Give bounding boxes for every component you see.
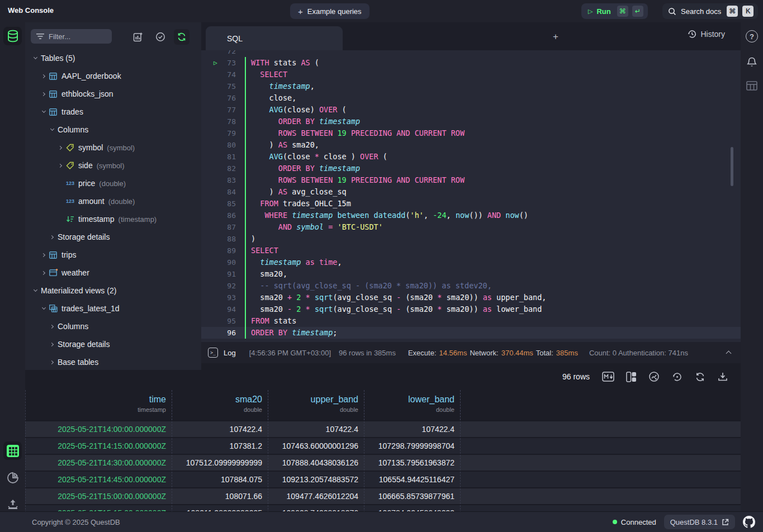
- chevron-closed-icon[interactable]: [48, 340, 56, 349]
- chevron-closed-icon[interactable]: [39, 89, 48, 98]
- tree-item-price[interactable]: 123price(double): [25, 174, 201, 192]
- cell-time[interactable]: 2025-05-21T15:00:00.000000Z: [25, 488, 172, 504]
- chart-builder-button[interactable]: [647, 370, 661, 383]
- new-tab-button[interactable]: +: [549, 30, 562, 44]
- code-line-75[interactable]: 75 timestamp,: [201, 80, 741, 92]
- cell-upper_band[interactable]: 109213.20574883572: [268, 472, 364, 487]
- code-line-91[interactable]: 91 sma20,: [201, 268, 741, 280]
- import-button[interactable]: [3, 495, 22, 513]
- chevron-open-icon[interactable]: [39, 304, 48, 313]
- chart-panel-button[interactable]: [3, 468, 22, 487]
- tree-item-storage-details[interactable]: Storage details: [25, 335, 201, 353]
- tree-item-side[interactable]: side(symbol): [25, 156, 201, 174]
- example-queries-button[interactable]: + Example queries: [290, 3, 369, 19]
- column-header-upper_band[interactable]: upper_banddouble: [268, 390, 364, 420]
- table-row[interactable]: 2025-05-21T14:15:00.000000Z107381.210746…: [25, 437, 763, 454]
- rerun-query-button[interactable]: [670, 370, 684, 383]
- code-line-73[interactable]: ▷73WITH stats AS (: [201, 57, 741, 69]
- tree-item-columns[interactable]: Columns: [25, 317, 201, 335]
- tree-item-aapl-orderbook[interactable]: AAPL_orderbook: [25, 67, 201, 85]
- chevron-closed-icon[interactable]: [56, 161, 65, 170]
- cell-upper_band[interactable]: 107422.4: [268, 421, 364, 437]
- table-row[interactable]: 2025-05-21T15:15:00.000000Z108211.283333…: [25, 504, 763, 511]
- code-line-77[interactable]: 77 AVG(close) OVER (: [201, 104, 741, 116]
- tree-item-base-tables[interactable]: Base tables: [25, 353, 201, 370]
- code-line-94[interactable]: 94 sma20 - 2 * sqrt(avg_close_sq - (sma2…: [201, 303, 741, 315]
- cell-lower_band[interactable]: 106554.94425116427: [364, 472, 461, 487]
- cell-sma20[interactable]: 108211.28333333335: [172, 505, 268, 511]
- code-line-85[interactable]: 85 FROM trades_OHLC_15m: [201, 198, 741, 210]
- select-tables-button[interactable]: [153, 29, 168, 45]
- tree-item-ethblocks-json[interactable]: ethblocks_json: [25, 85, 201, 103]
- cell-upper_band[interactable]: 107888.40438036126: [268, 455, 364, 471]
- column-header-time[interactable]: timetimestamp: [25, 390, 172, 420]
- code-line-80[interactable]: 80 ) AS sma20,: [201, 139, 741, 151]
- tree-item-weather[interactable]: weather: [25, 264, 201, 282]
- chevron-open-icon[interactable]: [48, 125, 56, 134]
- run-query-glyph-icon[interactable]: ▷: [214, 57, 217, 69]
- tree-item-symbol[interactable]: symbol(symbol): [25, 139, 201, 156]
- chevron-closed-icon[interactable]: [39, 250, 48, 259]
- cell-lower_band[interactable]: 107135.79561963872: [364, 455, 461, 471]
- cell-time[interactable]: 2025-05-21T14:45:00.000000Z: [25, 472, 172, 487]
- chevron-closed-icon[interactable]: [39, 72, 48, 80]
- chevron-open-icon[interactable]: [31, 54, 40, 63]
- tree-item-trades-latest-1d[interactable]: trades_latest_1d: [25, 300, 201, 317]
- refresh-schema-button[interactable]: [174, 29, 189, 45]
- code-line-95[interactable]: 95FROM stats: [201, 315, 741, 327]
- tree-item-trades[interactable]: trades: [25, 103, 201, 121]
- tree-item-timestamp[interactable]: timestamp(timestamp): [25, 210, 201, 228]
- code-line-81[interactable]: 81 AVG(close * close ) OVER (: [201, 151, 741, 163]
- cell-sma20[interactable]: 107422.4: [172, 421, 268, 437]
- chevron-open-icon[interactable]: [39, 107, 48, 116]
- results-panel-button[interactable]: [745, 78, 759, 93]
- add-metrics-button[interactable]: [130, 29, 146, 45]
- cell-lower_band[interactable]: 106784.02458648293: [364, 505, 461, 511]
- copy-markdown-button[interactable]: [601, 370, 615, 383]
- cell-lower_band[interactable]: 106665.85739877961: [364, 488, 461, 504]
- cell-sma20[interactable]: 107884.075: [172, 472, 268, 487]
- result-grid-button[interactable]: [3, 441, 22, 460]
- filter-input[interactable]: [49, 32, 105, 41]
- code-line-74[interactable]: 74 SELECT: [201, 69, 741, 80]
- code-line-79[interactable]: 79 ROWS BETWEEN 19 PRECEDING AND CURRENT…: [201, 127, 741, 139]
- tree-item-tables-5-[interactable]: Tables (5): [25, 49, 201, 67]
- cell-time[interactable]: 2025-05-21T14:00:00.000000Z: [25, 421, 172, 437]
- cell-time[interactable]: 2025-05-21T15:15:00.000000Z: [25, 505, 172, 511]
- column-header-lower_band[interactable]: lower_banddouble: [364, 390, 461, 420]
- cell-lower_band[interactable]: 107298.79999998704: [364, 438, 461, 454]
- chevron-closed-icon[interactable]: [48, 322, 56, 331]
- editor-scrollbar[interactable]: [731, 147, 733, 186]
- run-button[interactable]: ▷ Run ⌘ ↵: [581, 3, 648, 19]
- tree-item-amount[interactable]: 123amount(double): [25, 192, 201, 210]
- chevron-open-icon[interactable]: [31, 286, 40, 295]
- code-line-83[interactable]: 83 ROWS BETWEEN 19 PRECEDING AND CURRENT…: [201, 174, 741, 186]
- collapse-log-button[interactable]: [727, 349, 731, 357]
- search-docs-button[interactable]: Search docs ⌘ K: [662, 3, 758, 19]
- code-line-87[interactable]: 87 AND symbol = 'BTC-USDT': [201, 221, 741, 233]
- tree-item-materialized-views-2-[interactable]: Materialized views (2): [25, 282, 201, 300]
- table-row[interactable]: 2025-05-21T14:00:00.000000Z107422.410742…: [25, 420, 763, 437]
- github-link[interactable]: [743, 516, 755, 528]
- code-line-90[interactable]: 90 timestamp as time,: [201, 256, 741, 268]
- table-row[interactable]: 2025-05-21T14:30:00.000000Z107512.099999…: [25, 454, 763, 471]
- code-line-89[interactable]: 89SELECT: [201, 245, 741, 256]
- cell-upper_band[interactable]: 109477.4626012204: [268, 488, 364, 504]
- notifications-button[interactable]: [745, 55, 759, 69]
- cell-time[interactable]: 2025-05-21T14:15:00.000000Z: [25, 438, 172, 454]
- tree-item-storage-details[interactable]: Storage details: [25, 228, 201, 246]
- code-line-76[interactable]: 76 close,: [201, 92, 741, 104]
- code-line-93[interactable]: 93 sma20 + 2 * sqrt(avg_close_sq - (sma2…: [201, 292, 741, 303]
- chevron-closed-icon[interactable]: [56, 143, 65, 152]
- code-line-84[interactable]: 84 ) AS avg_close_sq: [201, 186, 741, 198]
- cell-sma20[interactable]: 107512.09999999999: [172, 455, 268, 471]
- filter-input-wrapper[interactable]: [31, 29, 112, 44]
- table-row[interactable]: 2025-05-21T15:00:00.000000Z108071.661094…: [25, 487, 763, 504]
- code-line-96[interactable]: 96ORDER BY timestamp;: [201, 327, 741, 339]
- cell-time[interactable]: 2025-05-21T14:30:00.000000Z: [25, 455, 172, 471]
- code-line-92[interactable]: 92 -- sqrt(avg_close_sq - (sma20 * sma20…: [201, 280, 741, 292]
- cell-lower_band[interactable]: 107422.4: [364, 421, 461, 437]
- refresh-results-button[interactable]: [693, 370, 707, 383]
- code-line-88[interactable]: 88): [201, 233, 741, 245]
- tab-sql[interactable]: SQL: [206, 26, 343, 50]
